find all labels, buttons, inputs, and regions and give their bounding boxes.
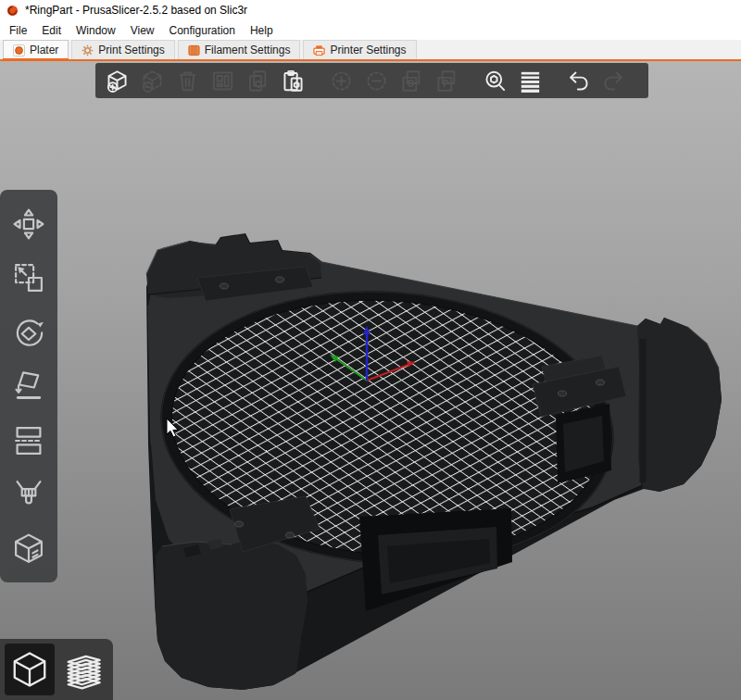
- add-instance-icon: [328, 68, 355, 94]
- titlebar: *RingPart - PrusaSlicer-2.5.2 based on S…: [0, 0, 741, 20]
- preview-view-button[interactable]: [58, 644, 108, 695]
- copy-button[interactable]: [242, 66, 273, 95]
- toolbar-left: [0, 190, 57, 582]
- paste-icon: [280, 68, 307, 94]
- layer-height-icon: [517, 68, 544, 94]
- menubar: File Edit Window View Configuration Help: [0, 20, 741, 40]
- remove-instance-icon: [363, 68, 390, 94]
- tab-label: Filament Settings: [205, 44, 291, 56]
- layers-stack-icon: [62, 648, 105, 691]
- menu-configuration[interactable]: Configuration: [162, 22, 243, 39]
- copy-icon: [245, 68, 271, 94]
- scale-button[interactable]: [7, 257, 50, 298]
- app-logo-icon: [6, 5, 19, 17]
- tab-filament-settings[interactable]: Filament Settings: [178, 40, 301, 59]
- paint-on-supports-button[interactable]: [7, 474, 50, 515]
- undo-button[interactable]: [562, 66, 594, 95]
- delete-all-button[interactable]: [171, 66, 203, 95]
- undo-icon: [565, 68, 592, 94]
- tab-label: Printer Settings: [330, 44, 406, 56]
- add-object-icon: [104, 68, 131, 94]
- add-object-button[interactable]: [101, 66, 132, 95]
- seam-painting-button[interactable]: [7, 529, 50, 569]
- move-icon: [11, 206, 46, 242]
- scale-icon: [11, 260, 46, 295]
- redo-icon: [600, 68, 627, 94]
- tab-print-settings[interactable]: Print Settings: [71, 40, 174, 59]
- delete-object-button[interactable]: [136, 66, 168, 95]
- search-icon: [482, 68, 509, 94]
- split-to-parts-button[interactable]: P: [431, 66, 462, 95]
- add-instance-button[interactable]: [325, 66, 357, 95]
- remove-instance-button[interactable]: [360, 66, 392, 95]
- split-parts-icon: P: [433, 68, 460, 94]
- app-window: *RingPart - PrusaSlicer-2.5.2 based on S…: [0, 0, 741, 700]
- menu-edit[interactable]: Edit: [34, 22, 69, 39]
- cut-icon: [11, 423, 46, 458]
- seam-cube-icon: [11, 531, 46, 567]
- menu-window[interactable]: Window: [69, 22, 123, 39]
- viewport-3d[interactable]: O P: [0, 61, 741, 700]
- split-objects-icon: O: [398, 68, 425, 94]
- menu-file[interactable]: File: [2, 22, 34, 39]
- tab-label: Print Settings: [98, 44, 164, 56]
- view-switch-panel: [0, 639, 113, 700]
- filament-settings-icon: [188, 44, 200, 56]
- toolbar-top: O P: [95, 63, 648, 98]
- rotate-icon: [11, 315, 46, 350]
- cube-3d-icon: [8, 648, 51, 691]
- rotate-button[interactable]: [7, 312, 50, 353]
- menu-view[interactable]: View: [123, 22, 162, 39]
- place-on-face-icon: [11, 369, 46, 404]
- delete-object-icon: [139, 68, 166, 94]
- move-button[interactable]: [7, 204, 50, 244]
- arrange-icon: [209, 68, 236, 94]
- arrange-button[interactable]: [207, 66, 238, 95]
- redo-button[interactable]: [597, 66, 629, 95]
- tabbar: Plater Print Settings Filament Settings …: [0, 40, 741, 61]
- window-title: *RingPart - PrusaSlicer-2.5.2 based on S…: [25, 4, 247, 17]
- paint-icon: [11, 477, 46, 512]
- printer-settings-icon: [313, 44, 325, 56]
- svg-text:P: P: [442, 79, 448, 89]
- menu-help[interactable]: Help: [243, 22, 281, 39]
- paste-button[interactable]: [277, 66, 308, 95]
- model-ringpart[interactable]: [146, 233, 722, 690]
- tab-label: Plater: [30, 44, 58, 56]
- cut-button[interactable]: [7, 420, 50, 461]
- search-button[interactable]: [479, 66, 510, 95]
- tab-plater[interactable]: Plater: [3, 40, 69, 59]
- tab-printer-settings[interactable]: Printer Settings: [303, 40, 416, 59]
- editor-view-button[interactable]: [5, 644, 55, 695]
- split-to-objects-button[interactable]: O: [396, 66, 427, 95]
- variable-layer-height-button[interactable]: [514, 66, 546, 95]
- delete-all-icon: [174, 68, 201, 94]
- place-on-face-button[interactable]: [7, 366, 50, 406]
- plater-icon: [13, 44, 25, 56]
- svg-text:O: O: [407, 79, 414, 89]
- scene-canvas: [0, 61, 741, 700]
- print-settings-icon: [82, 44, 94, 56]
